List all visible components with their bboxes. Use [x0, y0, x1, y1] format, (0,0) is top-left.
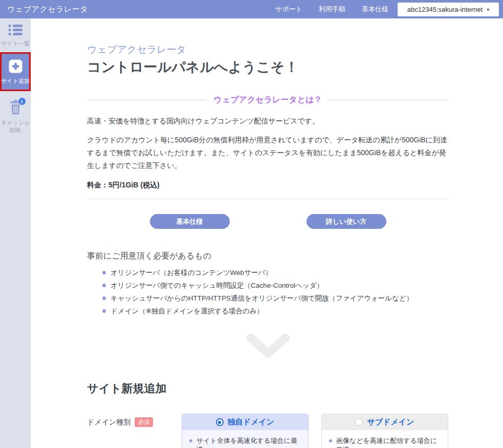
sidebar-item-add-site[interactable]: サイト追加	[0, 52, 31, 91]
trash-icon: i	[9, 100, 22, 117]
section-divider-label: ウェブアクセラレータとは？	[213, 95, 322, 105]
app-title: ウェブアクセラレータ	[7, 5, 88, 14]
list-item: オリジンサーバ側でのキャッシュ時間設定（Cache-Controlヘッダ）	[87, 279, 449, 292]
list-item: オリジンサーバ（お客様のコンテンツWebサーバ）	[87, 266, 449, 279]
bullet-icon	[189, 439, 192, 442]
radio-unselected-icon[interactable]	[355, 418, 363, 426]
list-item: キャッシュサーバからのHTTP/HTTPS通信をオリジンサーバ側で開放（ファイア…	[87, 292, 449, 305]
account-dropdown[interactable]: abc12345:sakura-internet ▾	[398, 3, 499, 16]
intro-text: 高速・安価を特徴とする国内向けウェブコンテンツ配信サービスです。	[87, 117, 449, 126]
page-title: コントロールパネルへようこそ！	[87, 58, 449, 76]
price-text: 料金：5円/1GiB (税込)	[87, 181, 449, 190]
option-title: サブドメイン	[367, 417, 414, 427]
list-icon	[8, 24, 23, 38]
nav-link-usage-guide[interactable]: 利用手順	[319, 5, 345, 14]
caret-down-icon: ▾	[487, 7, 489, 12]
sidebar-item-site-list[interactable]: サイト一覧	[0, 18, 31, 52]
section-divider: ウェブアクセラレータとは？	[87, 95, 449, 105]
sidebar-item-cache-delete[interactable]: i キャッシュ削除	[0, 94, 31, 139]
domain-type-label-col: ドメイン種別 必須	[87, 414, 182, 427]
sidebar-item-label: サイト一覧	[1, 40, 30, 48]
chevron-down-icon	[87, 332, 449, 360]
info-badge-icon: i	[18, 98, 26, 105]
option-item-text: サイト全体を高速化する場合に最適	[196, 436, 302, 448]
option-body: 画像などを高速に配信する場合に最適 専用のドメインを発行します 例) *.use…	[322, 430, 448, 448]
service-subtitle: ウェブアクセラレータ	[87, 43, 449, 56]
bullet-icon	[102, 284, 106, 287]
bullet-icon	[329, 439, 332, 442]
bullet-icon	[102, 309, 106, 313]
domain-type-row: ドメイン種別 必須 独自ドメイン サイト全体を高速化する場合に最適 お客様のドメ…	[87, 414, 449, 448]
app-header: ウェブアクセラレータ サポート 利用手順 基本仕様 abc12345:sakur…	[0, 0, 503, 18]
add-site-heading: サイト新規追加	[87, 381, 449, 396]
custom-domain-radio-header[interactable]: 独自ドメイン	[182, 414, 308, 430]
description-text: クラウドのアカウント毎に500GiB分の無償利用枠が用意されていますので、データ…	[87, 134, 449, 172]
subdomain-radio-header[interactable]: サブドメイン	[322, 414, 448, 430]
option-body: サイト全体を高速化する場合に最適 お客様のドメインを使用 例)www.examp…	[182, 430, 308, 448]
list-item-text: オリジンサーバ（お客様のコンテンツWebサーバ）	[111, 266, 272, 279]
nav-link-support[interactable]: サポート	[275, 5, 302, 14]
divider-line	[330, 100, 449, 100]
basic-spec-button[interactable]: 基本仕様	[150, 214, 230, 229]
list-item-text: キャッシュサーバからのHTTP/HTTPS通信をオリジンサーバ側で開放（ファイア…	[111, 292, 413, 305]
required-badge: 必須	[135, 417, 153, 427]
sidebar: サイト一覧 サイト追加	[0, 18, 31, 448]
option-item: 画像などを高速に配信する場合に最適	[329, 436, 442, 448]
account-dropdown-value: abc12345:sakura-internet	[407, 6, 483, 13]
divider-line	[87, 100, 206, 100]
button-row: 基本仕様 詳しい使い方	[87, 214, 449, 229]
bullet-icon	[102, 271, 106, 274]
list-item-text: オリジンサーバ側でのキャッシュ時間設定（Cache-Controlヘッダ）	[111, 279, 323, 292]
domain-type-options: 独自ドメイン サイト全体を高速化する場合に最適 お客様のドメインを使用 例)ww…	[182, 414, 448, 448]
sidebar-item-label: サイト追加	[1, 77, 30, 85]
list-item: ドメイン（※独自ドメインを選択する場合のみ）	[87, 305, 449, 317]
main-panel: ウェブアクセラレータ コントロールパネルへようこそ！ ウェブアクセラレータとは？…	[31, 18, 503, 448]
bullet-icon	[102, 296, 106, 300]
domain-type-option-subdomain: サブドメイン 画像などを高速に配信する場合に最適 専用のドメインを発行します 例…	[321, 414, 448, 448]
nav-link-basic-spec[interactable]: 基本仕様	[362, 5, 388, 14]
prepare-heading: 事前にご用意頂く必要があるもの	[87, 251, 449, 262]
sidebar-item-label: キャッシュ削除	[1, 119, 30, 134]
divider	[87, 199, 449, 199]
prepare-list: オリジンサーバ（お客様のコンテンツWebサーバ） オリジンサーバ側でのキャッシュ…	[87, 266, 449, 317]
radio-selected-icon[interactable]	[216, 418, 224, 426]
option-title: 独自ドメイン	[228, 417, 274, 427]
plus-icon	[9, 59, 23, 75]
header-nav: サポート 利用手順 基本仕様	[275, 5, 388, 14]
list-item-text: ドメイン（※独自ドメインを選択する場合のみ）	[111, 305, 264, 317]
domain-type-label: ドメイン種別	[87, 418, 130, 427]
domain-type-option-custom: 独自ドメイン サイト全体を高速化する場合に最適 お客様のドメインを使用 例)ww…	[182, 414, 309, 448]
option-item: サイト全体を高速化する場合に最適	[189, 436, 302, 448]
option-item-text: 画像などを高速に配信する場合に最適	[336, 436, 442, 448]
detailed-usage-button[interactable]: 詳しい使い方	[307, 214, 386, 229]
